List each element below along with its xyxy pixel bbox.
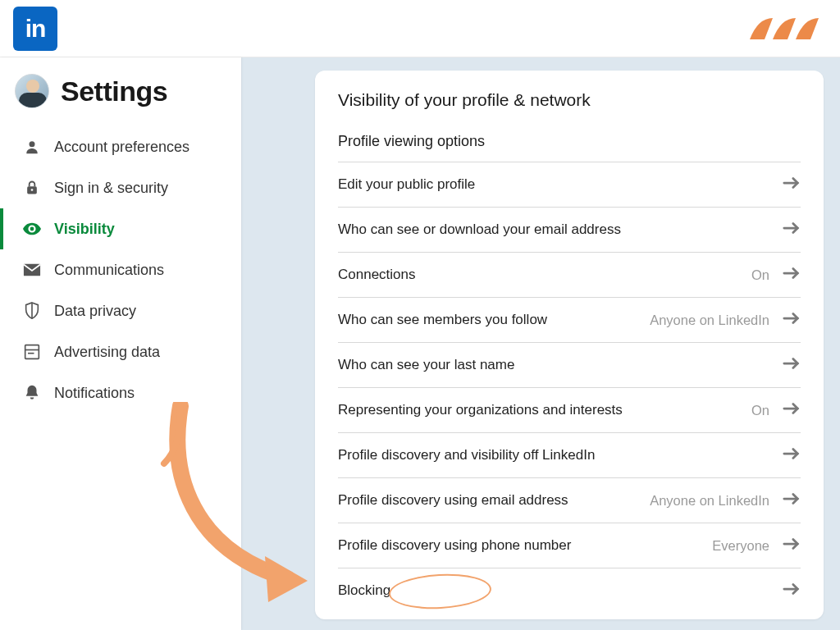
linkedin-logo[interactable]: in (13, 7, 57, 51)
row-email-visibility[interactable]: Who can see or download your email addre… (338, 207, 801, 252)
arrow-right-icon (783, 311, 801, 329)
bell-icon (23, 384, 41, 402)
row-label: Blocking (338, 582, 390, 599)
sidebar-item-communications[interactable]: Communications (0, 249, 241, 290)
row-value: On (751, 403, 769, 418)
sidebar-item-notifications[interactable]: Notifications (0, 372, 241, 413)
row-label: Profile discovery using phone number (338, 537, 571, 554)
row-blocking[interactable]: Blocking (338, 568, 801, 613)
sidebar-item-sign-in-security[interactable]: Sign in & security (0, 167, 241, 208)
panel-title: Visibility of your profile & network (338, 90, 801, 110)
row-label: Edit your public profile (338, 176, 475, 193)
row-label: Connections (338, 267, 416, 283)
visibility-panel: Visibility of your profile & network Pro… (315, 71, 824, 619)
row-label: Who can see your last name (338, 357, 514, 373)
svg-rect-5 (25, 345, 39, 359)
linkedin-logo-text: in (25, 15, 46, 43)
sidebar-item-label: Communications (54, 262, 164, 279)
sidebar-item-advertising-data[interactable]: Advertising data (0, 331, 241, 372)
arrow-right-icon (783, 491, 801, 509)
sidebar-item-label: Notifications (54, 385, 135, 402)
row-edit-public-profile[interactable]: Edit your public profile (338, 162, 801, 207)
ad-icon (23, 343, 41, 361)
row-representing-orgs[interactable]: Representing your organizations and inte… (338, 387, 801, 432)
row-discovery-phone[interactable]: Profile discovery using phone number Eve… (338, 523, 801, 568)
row-label: Who can see or download your email addre… (338, 221, 621, 238)
row-label: Representing your organizations and inte… (338, 402, 623, 418)
arrow-right-icon (783, 266, 801, 284)
row-connections[interactable]: Connections On (338, 252, 801, 297)
lock-icon (23, 179, 41, 197)
row-value: Everyone (712, 538, 769, 554)
sidebar-item-label: Visibility (54, 221, 115, 238)
svg-point-2 (31, 189, 34, 191)
brand-stripes-icon (748, 15, 827, 43)
arrow-right-icon (783, 176, 801, 194)
arrow-right-icon (783, 401, 801, 419)
arrow-right-icon (783, 536, 801, 555)
row-discovery-off-linkedin[interactable]: Profile discovery and visibility off Lin… (338, 432, 801, 477)
avatar[interactable] (15, 74, 49, 108)
sidebar-header: Settings (0, 74, 241, 126)
row-value: Anyone on LinkedIn (650, 313, 769, 328)
sidebar-item-label: Account preferences (54, 139, 189, 156)
user-icon (23, 138, 41, 156)
row-label: Profile discovery using email address (338, 492, 568, 509)
row-last-name[interactable]: Who can see your last name (338, 342, 801, 387)
shield-icon (23, 302, 41, 320)
sidebar-item-label: Advertising data (54, 344, 160, 361)
arrow-right-icon (783, 582, 801, 600)
page-title: Settings (61, 75, 167, 107)
sidebar-item-visibility[interactable]: Visibility (0, 208, 241, 249)
mail-icon (23, 261, 41, 279)
sidebar-item-label: Data privacy (54, 303, 136, 320)
panel-section-heading: Profile viewing options (338, 133, 801, 150)
content-area: Visibility of your profile & network Pro… (241, 57, 840, 630)
arrow-right-icon (783, 446, 801, 464)
eye-icon (23, 220, 41, 238)
row-members-you-follow[interactable]: Who can see members you follow Anyone on… (338, 297, 801, 342)
sidebar-item-data-privacy[interactable]: Data privacy (0, 290, 241, 331)
row-value: Anyone on LinkedIn (650, 493, 769, 509)
arrow-right-icon (783, 221, 801, 239)
row-discovery-email[interactable]: Profile discovery using email address An… (338, 477, 801, 523)
top-bar: in (0, 0, 840, 57)
settings-sidebar: Settings Account preferences Sign in & s… (0, 57, 241, 630)
svg-point-3 (30, 227, 34, 231)
main-layout: Settings Account preferences Sign in & s… (0, 57, 840, 630)
row-label: Who can see members you follow (338, 312, 547, 328)
sidebar-item-label: Sign in & security (54, 180, 168, 197)
row-label: Profile discovery and visibility off Lin… (338, 447, 595, 463)
sidebar-item-account-preferences[interactable]: Account preferences (0, 126, 241, 167)
arrow-right-icon (783, 356, 801, 374)
row-value: On (751, 267, 769, 283)
svg-point-0 (30, 141, 35, 147)
